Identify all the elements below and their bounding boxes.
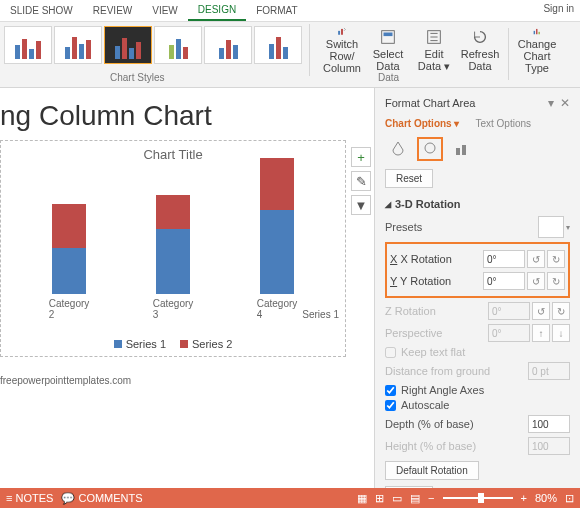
- tab-view[interactable]: View: [142, 1, 188, 20]
- edit-data-button[interactable]: Edit Data ▾: [413, 26, 455, 74]
- autoscale-checkbox[interactable]: [385, 400, 396, 411]
- svg-rect-0: [338, 31, 340, 35]
- svg-rect-6: [536, 29, 537, 34]
- view-sorter[interactable]: ⊞: [375, 492, 384, 505]
- z-rotation-label: Z Rotation: [385, 305, 436, 317]
- x-rotation-input[interactable]: [483, 250, 525, 268]
- group-label-data: Data: [378, 72, 399, 83]
- svg-rect-7: [538, 32, 539, 34]
- comments-button[interactable]: 💬 COMMENTS: [61, 492, 142, 505]
- zoom-slider[interactable]: [443, 497, 513, 499]
- zoom-out[interactable]: −: [428, 492, 434, 504]
- svg-rect-9: [462, 145, 466, 155]
- chart-object[interactable]: + ✎ ▼ Chart Title Category 2 Category 3 …: [0, 140, 346, 357]
- presets-dropdown[interactable]: [538, 216, 564, 238]
- style-thumb-4[interactable]: [154, 26, 202, 64]
- chart-filters-button[interactable]: ▼: [351, 195, 371, 215]
- right-angle-axes-checkbox[interactable]: [385, 385, 396, 396]
- svg-rect-8: [456, 148, 460, 155]
- status-bar: ≡ NOTES 💬 COMMENTS ▦ ⊞ ▭ ▤ − + 80% ⊡: [0, 488, 580, 508]
- ribbon-data-group: Switch Row/ Column Select Data Edit Data…: [321, 22, 558, 87]
- tab-chart-options[interactable]: Chart Options ▾: [385, 118, 459, 129]
- effects-icon[interactable]: [417, 137, 443, 161]
- z-rotation-input: [488, 302, 530, 320]
- zoom-in[interactable]: +: [521, 492, 527, 504]
- chart-legend[interactable]: Series 1 Series 2: [7, 338, 339, 350]
- xy-rotation-highlight: X X Rotation ↺↻ Y Y Rotation ↺↻: [385, 242, 570, 298]
- persp-up[interactable]: ↑: [532, 324, 550, 342]
- section-3d-rotation[interactable]: ◢3-D Rotation: [385, 198, 570, 210]
- depth-input[interactable]: [528, 415, 570, 433]
- slide-title[interactable]: ng Column Chart: [0, 100, 374, 132]
- y-rot-up[interactable]: ↺: [527, 272, 545, 290]
- svg-rect-3: [384, 32, 393, 36]
- panel-close-button[interactable]: ✕: [560, 96, 570, 110]
- view-slideshow[interactable]: ▤: [410, 492, 420, 505]
- z-rot-ccw[interactable]: ↺: [532, 302, 550, 320]
- change-chart-type-button[interactable]: Change Chart Type: [516, 26, 558, 74]
- height-input: [528, 437, 570, 455]
- chart-plot-area[interactable]: Category 2 Category 3 Category 4: [7, 170, 339, 320]
- style-thumb-1[interactable]: [4, 26, 52, 64]
- zoom-level[interactable]: 80%: [535, 492, 557, 504]
- fill-outline-icon[interactable]: [385, 137, 411, 161]
- tab-text-options[interactable]: Text Options: [475, 118, 531, 129]
- sign-in-link[interactable]: Sign in: [543, 3, 574, 14]
- perspective-input: [488, 324, 530, 342]
- svg-rect-5: [534, 31, 535, 34]
- ribbon: Switch Row/ Column Select Data Edit Data…: [0, 22, 580, 88]
- size-properties-icon[interactable]: [449, 137, 475, 161]
- reset-button-top[interactable]: Reset: [385, 169, 433, 188]
- format-chart-area-panel: Format Chart Area ▾✕ Chart Options ▾ Tex…: [374, 88, 580, 488]
- perspective-label: Perspective: [385, 327, 442, 339]
- view-reading[interactable]: ▭: [392, 492, 402, 505]
- y-rotation-input[interactable]: [483, 272, 525, 290]
- x-rot-right[interactable]: ↻: [547, 250, 565, 268]
- tab-format[interactable]: Format: [246, 1, 307, 20]
- slide-canvas[interactable]: ng Column Chart + ✎ ▼ Chart Title Catego…: [0, 88, 374, 488]
- style-thumb-5[interactable]: [204, 26, 252, 64]
- watermark: freepowerpointtemplates.com: [0, 375, 374, 386]
- keep-text-flat-checkbox: [385, 347, 396, 358]
- select-data-button[interactable]: Select Data: [367, 26, 409, 74]
- style-thumb-2[interactable]: [54, 26, 102, 64]
- persp-down[interactable]: ↓: [552, 324, 570, 342]
- presets-label: Presets: [385, 221, 422, 233]
- switch-row-column-button[interactable]: Switch Row/ Column: [321, 26, 363, 74]
- fit-to-window[interactable]: ⊡: [565, 492, 574, 505]
- distance-input: [528, 362, 570, 380]
- style-thumb-6[interactable]: [254, 26, 302, 64]
- notes-button[interactable]: ≡ NOTES: [6, 492, 53, 504]
- x-rot-left[interactable]: ↺: [527, 250, 545, 268]
- z-rot-cw[interactable]: ↻: [552, 302, 570, 320]
- tab-design[interactable]: Design: [188, 0, 246, 21]
- svg-rect-1: [341, 29, 343, 35]
- tab-review[interactable]: Review: [83, 1, 142, 20]
- style-thumb-3[interactable]: [104, 26, 152, 64]
- panel-title: Format Chart Area: [385, 97, 475, 109]
- series-axis-label: Series 1: [302, 309, 339, 320]
- panel-dropdown[interactable]: ▾: [548, 96, 554, 110]
- y-rot-down[interactable]: ↻: [547, 272, 565, 290]
- default-rotation-button[interactable]: Default Rotation: [385, 461, 479, 480]
- group-label-styles: Chart Styles: [110, 72, 164, 83]
- view-normal[interactable]: ▦: [357, 492, 367, 505]
- chart-elements-button[interactable]: +: [351, 147, 371, 167]
- tab-slideshow[interactable]: Slide Show: [0, 1, 83, 20]
- refresh-data-button[interactable]: Refresh Data: [459, 26, 501, 74]
- chart-styles-button[interactable]: ✎: [351, 171, 371, 191]
- ribbon-tabs: Slide Show Review View Design Format: [0, 0, 580, 22]
